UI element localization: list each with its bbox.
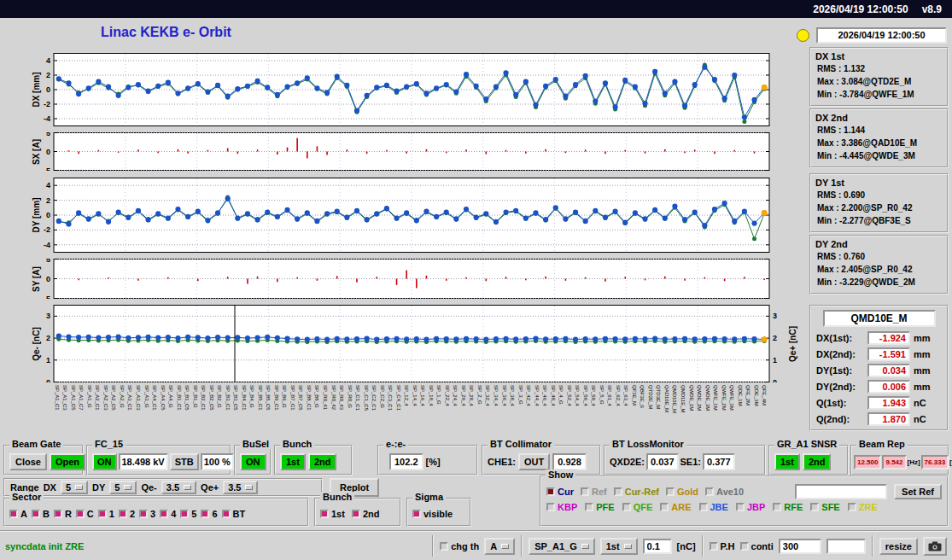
range-dx-select[interactable]: 5 — [61, 481, 88, 494]
sector-checkbox-1[interactable]: 1 — [98, 509, 114, 519]
beam-gate-close-button[interactable]: Close — [9, 453, 47, 470]
show-kbp-checkbox[interactable]: KBP — [546, 502, 577, 512]
bunch-order-select[interactable]: 1st — [600, 538, 638, 555]
checkbox-label: ZRE — [859, 502, 878, 512]
set-ref-input[interactable] — [795, 484, 887, 499]
checkbox-indicator — [810, 503, 819, 511]
sector-checkbox-bt[interactable]: BT — [222, 509, 246, 519]
element-label: SP_B8_G — [314, 385, 319, 438]
extra-input[interactable] — [826, 539, 866, 554]
element-label: SP_16_4 — [420, 385, 425, 438]
busel-group: BuSel ON — [234, 445, 272, 475]
element-label: SP_36_4 — [502, 385, 507, 438]
checkbox-label: Cur — [558, 487, 574, 497]
checkbox-label: JBE — [710, 502, 728, 512]
separator — [521, 535, 523, 557]
range-dy-select[interactable]: 5 — [109, 481, 137, 494]
interval-input[interactable] — [779, 539, 821, 554]
sigma-visible-checkbox[interactable]: visible — [412, 509, 453, 519]
element-label: SP_58_4 — [591, 385, 596, 438]
bt-lossmonitor-group-label: BT LossMonitor — [610, 439, 686, 449]
dropdown-indicator-icon — [124, 485, 131, 490]
range-qem-select[interactable]: 3.5 — [161, 481, 196, 494]
bunch-1st-button[interactable]: 1st — [280, 453, 306, 470]
element-label: SP_B1_C5 — [184, 385, 190, 438]
show-group-label: Show — [546, 470, 575, 480]
element-label: SP_B7_C1 — [290, 385, 295, 438]
element-label: SP_A2_C3 — [103, 385, 108, 438]
checkbox-indicator — [119, 510, 127, 518]
checkbox-indicator — [585, 503, 593, 511]
sector-select[interactable]: A — [484, 538, 515, 555]
fc15-stb-button[interactable]: STB — [170, 453, 199, 470]
show-qfe-checkbox[interactable]: QFE — [622, 502, 653, 512]
sector-checkbox-c[interactable]: C — [76, 509, 94, 519]
show-pfe-checkbox[interactable]: PFE — [585, 502, 614, 512]
bunch-2nd-checkbox[interactable]: 2nd — [352, 509, 380, 519]
sector-checkbox-4[interactable]: 4 — [160, 509, 176, 519]
monitor-select[interactable]: SP_A1_G — [529, 538, 595, 555]
resize-button[interactable]: resize — [879, 538, 918, 555]
bunch-select-group-label: Bunch — [320, 492, 354, 502]
status-lamp-icon — [797, 29, 809, 42]
show-ref-checkbox[interactable]: Ref — [581, 487, 607, 497]
checkbox-indicator — [320, 510, 329, 518]
gr-a1-1st-button[interactable]: 1st — [774, 453, 800, 470]
show-jbe-checkbox[interactable]: JBE — [699, 502, 728, 512]
element-label: QWDE_3M — [705, 385, 710, 438]
header-timestamp: 2026/04/19 12:00:50 — [816, 27, 947, 44]
sector-checkbox-r[interactable]: R — [54, 509, 72, 519]
gr-a1-2nd-button[interactable]: 2nd — [803, 453, 832, 470]
element-label: SP_28_4 — [469, 385, 474, 438]
element-label: SP_B1_C1 — [177, 385, 182, 438]
show-sfe-checkbox[interactable]: SFE — [810, 502, 839, 512]
range-qep-select[interactable]: 3.5 — [223, 481, 258, 494]
show-jbp-checkbox[interactable]: JBP — [736, 502, 765, 512]
show-cur-checkbox[interactable]: Cur — [546, 487, 574, 497]
element-label: QWFE_1M — [713, 385, 718, 438]
threshold-input[interactable] — [643, 539, 672, 554]
show-rfe-checkbox[interactable]: RFE — [773, 502, 803, 512]
checkbox-indicator — [412, 510, 421, 518]
ph-checkbox[interactable]: P.H — [710, 541, 735, 551]
show-cur-ref-checkbox[interactable]: Cur-Ref — [614, 487, 659, 497]
element-label: SP_B2_C5 — [209, 385, 214, 438]
element-label: SP_5_G — [599, 385, 604, 438]
chg-th-checkbox[interactable]: chg th — [440, 541, 479, 551]
sector-checkbox-b[interactable]: B — [32, 509, 50, 519]
checkbox-label: C — [87, 509, 94, 519]
show-zre-checkbox[interactable]: ZRE — [848, 502, 878, 512]
bunch-1st-checkbox[interactable]: 1st — [320, 509, 345, 519]
ee-ratio-display: 102.2 — [389, 453, 423, 470]
sector-checkbox-3[interactable]: 3 — [139, 509, 155, 519]
set-ref-button[interactable]: Set Ref — [894, 484, 942, 499]
range-qep-value: 3.5 — [228, 482, 241, 493]
stat-min: Min : -3.229@QWDE_2M — [811, 276, 947, 289]
status-message: syncdata init ZRE — [5, 541, 84, 551]
checkbox-indicator — [773, 503, 781, 511]
sector-checkbox-2[interactable]: 2 — [119, 509, 135, 519]
checkbox-label: Cur-Ref — [625, 487, 659, 497]
bunch-2nd-button[interactable]: 2nd — [308, 453, 337, 470]
conti-checkbox[interactable]: conti — [740, 541, 774, 551]
svg-text:0: 0 — [46, 85, 50, 94]
camera-button[interactable] — [923, 537, 947, 556]
checkbox-label: BT — [233, 509, 246, 519]
beam-gate-open-button[interactable]: Open — [50, 453, 85, 470]
fc15-on-button[interactable]: ON — [92, 453, 117, 470]
monitor-row: DY(1st): 0.034 mm — [811, 362, 947, 378]
show-are-checkbox[interactable]: ARE — [660, 502, 691, 512]
dropdown-indicator-icon — [624, 544, 632, 549]
show-ave10-checkbox[interactable]: Ave10 — [705, 487, 744, 497]
sector-checkbox-a[interactable]: A — [9, 509, 27, 519]
separator — [432, 535, 434, 557]
element-label: SP_38_4 — [510, 385, 515, 438]
checkbox-indicator — [76, 510, 85, 518]
che1-out-button[interactable]: OUT — [518, 453, 550, 470]
sector-checkbox-5[interactable]: 5 — [180, 509, 196, 519]
sector-checkbox-6[interactable]: 6 — [201, 509, 217, 519]
show-gold-checkbox[interactable]: Gold — [666, 487, 698, 497]
bt-collimator-group: BT Collimator CHE1: OUT 0.928 — [482, 445, 601, 475]
busel-on-button[interactable]: ON — [240, 453, 266, 470]
checkbox-label: QFE — [634, 502, 653, 512]
